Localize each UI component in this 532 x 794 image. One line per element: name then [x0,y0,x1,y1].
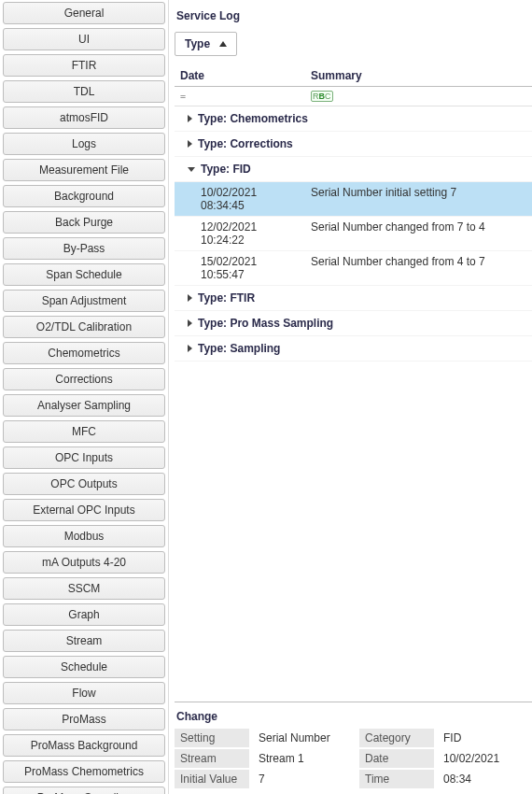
sidebar-item-ftir[interactable]: FTIR [3,54,165,77]
change-panel: Change Setting Serial Number Category FI… [175,702,532,788]
sidebar-item-tdl[interactable]: TDL [3,80,165,103]
sidebar-item-atmosfid[interactable]: atmosFID [3,106,165,129]
filter-row: = RBC [175,87,532,106]
value-setting: Serial Number [253,729,356,747]
change-details: Setting Serial Number Category FID Strea… [175,729,532,788]
sidebar-item-logs[interactable]: Logs [3,133,165,155]
type-group-chip[interactable]: Type [175,32,237,56]
sidebar-item-ma-outputs-4-20[interactable]: mA Outputs 4-20 [3,551,165,574]
group-label: Type: Chemometrics [198,112,308,125]
column-header-summary[interactable]: Summary [305,65,532,86]
filter-summary-cell[interactable]: RBC [305,87,532,106]
grid-header: Date Summary [175,65,532,87]
chevron-down-icon [188,167,195,172]
page-title: Service Log [175,4,532,32]
grid-body: Type: ChemometricsType: CorrectionsType:… [175,106,532,696]
group-row-sampling[interactable]: Type: Sampling [175,336,532,362]
column-header-date[interactable]: Date [175,65,305,86]
sidebar-item-stream[interactable]: Stream [3,630,165,652]
change-title: Change [175,708,532,729]
sidebar-item-measurement-file[interactable]: Measurement File [3,159,165,181]
sidebar-item-general[interactable]: General [3,2,165,24]
cell-date: 15/02/2021 10:55:47 [175,251,305,285]
cell-date: 10/02/2021 08:34:45 [175,182,305,216]
sidebar-item-promass-chemometrics[interactable]: ProMass Chemometrics [3,760,165,783]
sidebar-item-schedule[interactable]: Schedule [3,656,165,678]
chevron-right-icon [188,294,192,302]
sort-ascending-icon [219,41,227,47]
sidebar-item-background[interactable]: Background [3,185,165,207]
text-filter-icon: RBC [311,91,333,102]
group-label: Type: FTIR [198,291,255,305]
chevron-right-icon [188,319,192,327]
chevron-right-icon [188,345,192,352]
label-date: Date [359,749,434,768]
chevron-right-icon [188,140,192,148]
sidebar-item-by-pass[interactable]: By-Pass [3,237,165,260]
sidebar-item-flow[interactable]: Flow [3,682,165,704]
group-label: Type: Corrections [198,137,293,150]
sidebar-item-sscm[interactable]: SSCM [3,577,165,600]
sidebar-item-promass[interactable]: ProMass [3,708,165,730]
sidebar-item-chemometrics[interactable]: Chemometrics [3,342,165,364]
sidebar-item-opc-outputs[interactable]: OPC Outputs [3,473,165,495]
sidebar-item-corrections[interactable]: Corrections [3,368,165,390]
group-label: Type: Sampling [198,342,280,355]
value-time: 08:34 [438,770,532,788]
group-row-pro-mass-sampling[interactable]: Type: Pro Mass Sampling [175,311,532,336]
main-panel: Service Log Type Date Summary = RBC Type… [168,0,532,794]
sidebar-item-modbus[interactable]: Modbus [3,525,165,547]
sidebar-item-promass-sampling[interactable]: ProMass Sampling [3,787,165,794]
label-setting: Setting [175,729,249,747]
sidebar-item-mfc[interactable]: MFC [3,420,165,443]
type-chip-label: Type [185,37,210,50]
cell-summary: Serial Number changed from 4 to 7 [305,251,532,285]
value-category: FID [438,729,532,747]
sidebar-item-analyser-sampling[interactable]: Analyser Sampling [3,394,165,417]
sidebar: GeneralUIFTIRTDLatmosFIDLogsMeasurement … [0,0,168,794]
value-stream: Stream 1 [253,749,356,768]
sidebar-item-external-opc-inputs[interactable]: External OPC Inputs [3,499,165,521]
table-row[interactable]: 15/02/2021 10:55:47Serial Number changed… [175,251,532,286]
filter-date-cell[interactable]: = [175,87,305,106]
sidebar-item-ui[interactable]: UI [3,28,165,50]
label-initial: Initial Value [175,770,249,788]
sidebar-item-span-schedule[interactable]: Span Schedule [3,263,165,286]
label-stream: Stream [175,749,249,768]
chevron-right-icon [188,115,192,122]
cell-summary: Serial Number initial setting 7 [305,182,532,216]
label-time: Time [359,770,434,788]
cell-date: 12/02/2021 10:24:22 [175,217,305,250]
sidebar-item-graph[interactable]: Graph [3,603,165,626]
sidebar-item-back-purge[interactable]: Back Purge [3,211,165,234]
table-row[interactable]: 10/02/2021 08:34:45Serial Number initial… [175,182,532,217]
service-log-grid: Date Summary = RBC Type: ChemometricsTyp… [175,65,532,696]
group-row-fid[interactable]: Type: FID [175,157,532,182]
sidebar-item-o2-tdl-calibration[interactable]: O2/TDL Calibration [3,316,165,338]
label-category: Category [359,729,434,747]
sidebar-item-promass-background[interactable]: ProMass Background [3,734,165,757]
group-row-corrections[interactable]: Type: Corrections [175,132,532,157]
sidebar-item-opc-inputs[interactable]: OPC Inputs [3,447,165,469]
value-initial: 7 [253,770,356,788]
table-row[interactable]: 12/02/2021 10:24:22Serial Number changed… [175,217,532,251]
group-row-chemometrics[interactable]: Type: Chemometrics [175,106,532,132]
group-row-ftir[interactable]: Type: FTIR [175,286,532,311]
value-date: 10/02/2021 [438,749,532,768]
group-label: Type: FID [201,163,251,176]
equals-icon: = [180,92,186,102]
sidebar-item-span-adjustment[interactable]: Span Adjustment [3,290,165,312]
cell-summary: Serial Number changed from 7 to 4 [305,217,532,250]
group-label: Type: Pro Mass Sampling [198,317,333,330]
